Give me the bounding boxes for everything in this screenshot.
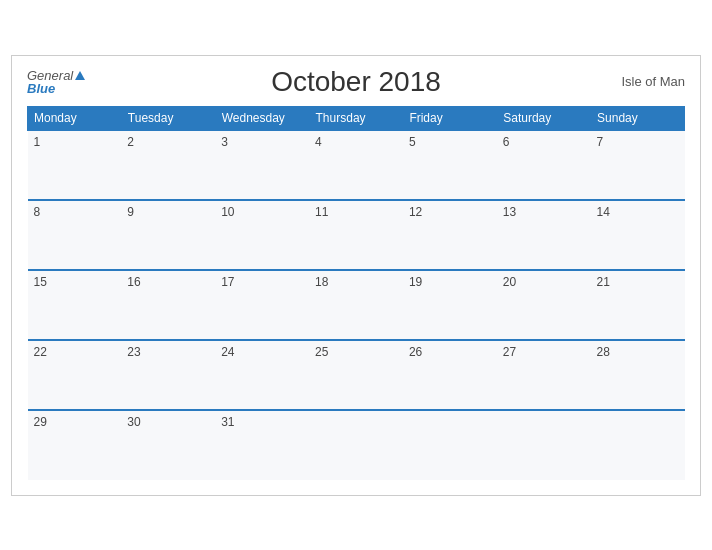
dow-header: Saturday: [497, 106, 591, 130]
day-number: 23: [127, 345, 140, 359]
logo-blue-text: Blue: [27, 82, 55, 95]
dow-header: Wednesday: [215, 106, 309, 130]
calendar-day: 25: [309, 340, 403, 410]
calendar-day: 10: [215, 200, 309, 270]
dow-header: Tuesday: [121, 106, 215, 130]
region-label: Isle of Man: [621, 74, 685, 89]
logo-triangle-icon: [75, 71, 85, 80]
calendar-day: [497, 410, 591, 480]
days-header-row: MondayTuesdayWednesdayThursdayFridaySatu…: [28, 106, 685, 130]
day-number: 5: [409, 135, 416, 149]
calendar-day: 7: [591, 130, 685, 200]
calendar-day: [591, 410, 685, 480]
dow-header: Monday: [28, 106, 122, 130]
day-number: 20: [503, 275, 516, 289]
calendar-day: 12: [403, 200, 497, 270]
day-number: 21: [597, 275, 610, 289]
calendar-day: 2: [121, 130, 215, 200]
calendar-day: 6: [497, 130, 591, 200]
day-number: 25: [315, 345, 328, 359]
calendar-day: [403, 410, 497, 480]
calendar-day: 19: [403, 270, 497, 340]
day-number: 31: [221, 415, 234, 429]
day-number: 14: [597, 205, 610, 219]
calendar-container: General Blue October 2018 Isle of Man Mo…: [11, 55, 701, 496]
calendar-day: 5: [403, 130, 497, 200]
calendar-day: 16: [121, 270, 215, 340]
day-number: 8: [34, 205, 41, 219]
calendar-day: 11: [309, 200, 403, 270]
logo: General Blue: [27, 69, 85, 95]
day-number: 13: [503, 205, 516, 219]
day-number: 4: [315, 135, 322, 149]
week-row: 1234567: [28, 130, 685, 200]
calendar-day: 22: [28, 340, 122, 410]
day-number: 28: [597, 345, 610, 359]
day-number: 26: [409, 345, 422, 359]
dow-header: Thursday: [309, 106, 403, 130]
calendar-day: [309, 410, 403, 480]
calendar-day: 1: [28, 130, 122, 200]
day-number: 11: [315, 205, 328, 219]
week-row: 15161718192021: [28, 270, 685, 340]
calendar-day: 13: [497, 200, 591, 270]
day-number: 10: [221, 205, 234, 219]
calendar-day: 29: [28, 410, 122, 480]
calendar-day: 24: [215, 340, 309, 410]
day-number: 1: [34, 135, 41, 149]
calendar-day: 26: [403, 340, 497, 410]
calendar-day: 27: [497, 340, 591, 410]
calendar-day: 3: [215, 130, 309, 200]
logo-general-text: General: [27, 69, 73, 82]
week-row: 891011121314: [28, 200, 685, 270]
calendar-day: 9: [121, 200, 215, 270]
calendar-day: 8: [28, 200, 122, 270]
calendar-day: 17: [215, 270, 309, 340]
day-number: 17: [221, 275, 234, 289]
day-number: 3: [221, 135, 228, 149]
day-number: 16: [127, 275, 140, 289]
calendar-day: 31: [215, 410, 309, 480]
calendar-day: 28: [591, 340, 685, 410]
calendar-day: 14: [591, 200, 685, 270]
week-row: 293031: [28, 410, 685, 480]
month-title: October 2018: [271, 66, 441, 98]
day-number: 9: [127, 205, 134, 219]
day-number: 2: [127, 135, 134, 149]
day-number: 15: [34, 275, 47, 289]
calendar-day: 23: [121, 340, 215, 410]
calendar-day: 21: [591, 270, 685, 340]
day-number: 7: [597, 135, 604, 149]
calendar-day: 30: [121, 410, 215, 480]
dow-header: Friday: [403, 106, 497, 130]
day-number: 12: [409, 205, 422, 219]
calendar-grid: MondayTuesdayWednesdayThursdayFridaySatu…: [27, 106, 685, 480]
calendar-day: 4: [309, 130, 403, 200]
day-number: 6: [503, 135, 510, 149]
week-row: 22232425262728: [28, 340, 685, 410]
day-number: 27: [503, 345, 516, 359]
calendar-header: General Blue October 2018 Isle of Man: [27, 66, 685, 98]
calendar-day: 18: [309, 270, 403, 340]
day-number: 30: [127, 415, 140, 429]
day-number: 29: [34, 415, 47, 429]
calendar-day: 20: [497, 270, 591, 340]
day-number: 19: [409, 275, 422, 289]
day-number: 24: [221, 345, 234, 359]
day-number: 22: [34, 345, 47, 359]
day-number: 18: [315, 275, 328, 289]
calendar-day: 15: [28, 270, 122, 340]
dow-header: Sunday: [591, 106, 685, 130]
